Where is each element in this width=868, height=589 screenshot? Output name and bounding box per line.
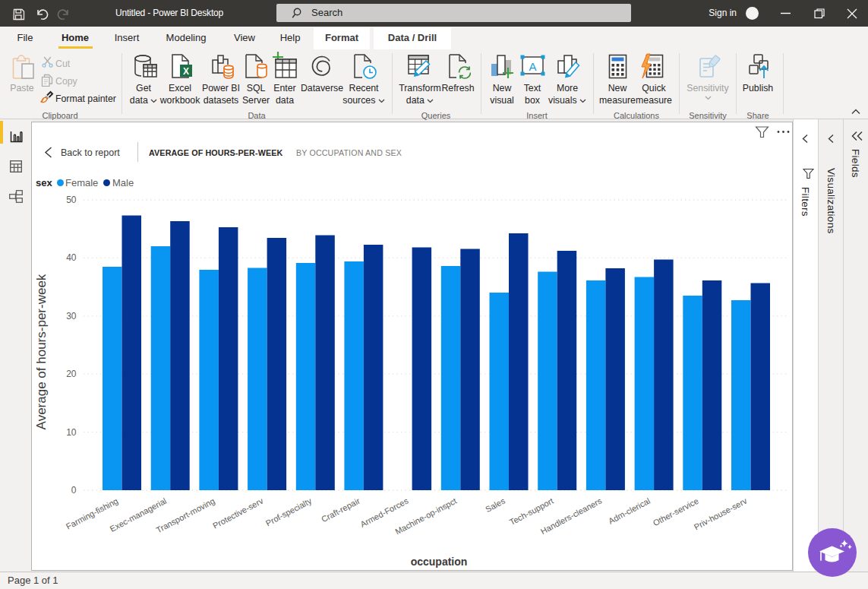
svg-text:Protective-serv: Protective-serv [211, 496, 265, 530]
svg-text:Prof-specialty: Prof-specialty [264, 496, 314, 527]
svg-text:Tech-support: Tech-support [508, 496, 555, 527]
svg-text:Average of hours-per-week: Average of hours-per-week [34, 274, 49, 429]
svg-text:Sales: Sales [484, 496, 507, 514]
svg-text:occupation: occupation [411, 556, 468, 568]
svg-text:A: A [529, 60, 536, 73]
svg-text:40: 40 [66, 252, 77, 263]
svg-text:Priv-house-serv: Priv-house-serv [693, 496, 749, 531]
svg-text:Adm-clerical: Adm-clerical [607, 496, 652, 526]
svg-text:10: 10 [66, 427, 77, 438]
svg-text:0: 0 [71, 485, 77, 496]
svg-text:30: 30 [66, 311, 77, 321]
svg-text:X: X [183, 66, 189, 77]
svg-text:50: 50 [66, 195, 77, 205]
svg-text:20: 20 [66, 369, 77, 379]
svg-text:Craft-repair: Craft-repair [320, 496, 361, 524]
